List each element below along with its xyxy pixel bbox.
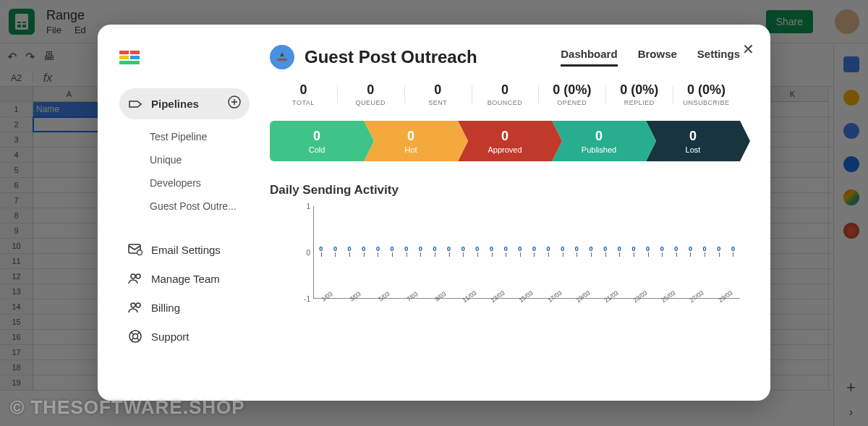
modal-main: Guest Post Outreach DashboardBrowseSetti… [263, 25, 770, 401]
data-point-label: 0 [712, 245, 726, 252]
pipeline-sub-item[interactable]: Guest Post Outre... [150, 195, 250, 218]
data-point-label: 0 [697, 245, 712, 252]
data-point-label: 0 [584, 245, 598, 252]
svg-rect-14 [277, 59, 287, 61]
team-icon [128, 271, 142, 286]
add-pipeline-icon[interactable] [228, 95, 241, 112]
data-point-label: 0 [655, 245, 669, 252]
svg-point-11 [136, 303, 140, 307]
data-point-label: 0 [385, 245, 399, 252]
nav-support[interactable]: Support [119, 322, 250, 351]
svg-point-10 [131, 303, 135, 307]
chart-title: Daily Sending Activity [270, 183, 740, 197]
data-point-label: 0 [470, 245, 485, 252]
tab-settings[interactable]: Settings [697, 48, 740, 67]
chart-plot-area: 000000000000000000000000000000 [313, 206, 740, 299]
stat-unsubcribe: 0 (0%)UNSUBCRIBE [673, 82, 740, 106]
data-point-label: 0 [371, 245, 386, 252]
pipeline-avatar-icon [270, 45, 294, 69]
stage-cold[interactable]: 0Cold [270, 121, 364, 161]
nav-manage-team-label: Manage Team [151, 273, 220, 285]
data-point-label: 0 [342, 245, 357, 252]
svg-point-7 [137, 250, 142, 255]
nav-manage-team[interactable]: Manage Team [119, 264, 250, 293]
data-point-label: 0 [328, 245, 343, 252]
nav-email-settings-label: Email Settings [151, 244, 221, 256]
stage-lost[interactable]: 0Lost [646, 121, 740, 161]
nav-support-label: Support [151, 331, 190, 343]
data-point-label: 0 [556, 245, 570, 252]
app-modal: ✕ Pipelines Test PipelineUniqueDeveloper… [98, 25, 770, 401]
data-point-label: 0 [498, 245, 513, 252]
nav-billing-label: Billing [151, 302, 180, 314]
nav-pipelines[interactable]: Pipelines [119, 88, 250, 119]
data-point-label: 0 [513, 245, 527, 252]
y-tick-label: 0 [306, 249, 310, 257]
daily-activity-chart: -101 000000000000000000000000000000 1/03… [270, 206, 740, 315]
svg-point-13 [133, 334, 138, 339]
data-point-label: 0 [357, 245, 371, 252]
app-logo [119, 51, 140, 67]
pipeline-sub-item[interactable]: Developers [150, 171, 250, 195]
modal-sidebar: Pipelines Test PipelineUniqueDevelopersG… [98, 25, 263, 401]
data-point-label: 0 [626, 245, 641, 252]
y-tick-label: -1 [304, 295, 310, 303]
data-point-label: 0 [726, 245, 741, 252]
y-tick-label: 1 [306, 203, 310, 210]
tab-dashboard[interactable]: Dashboard [561, 48, 617, 67]
nav-pipelines-label: Pipelines [151, 98, 199, 110]
data-point-label: 0 [442, 245, 456, 252]
tag-icon [128, 97, 142, 111]
data-point-label: 0 [485, 245, 499, 252]
stat-replied: 0 (0%)REPLIED [605, 82, 673, 106]
data-point-label: 0 [427, 245, 442, 252]
stat-total: 0TOTAL [270, 82, 337, 106]
data-point-label: 0 [314, 245, 328, 252]
stat-queued: 0QUEUED [337, 82, 404, 106]
data-point-label: 0 [641, 245, 655, 252]
data-point-label: 0 [684, 245, 698, 252]
modal-overlay: ✕ Pipelines Test PipelineUniqueDeveloper… [0, 0, 868, 426]
stat-opened: 0 (0%)OPENED [538, 82, 605, 106]
data-point-label: 0 [413, 245, 427, 252]
stage-approved[interactable]: 0Approved [458, 121, 552, 161]
life-ring-icon [128, 329, 142, 344]
pipeline-sub-item[interactable]: Unique [150, 148, 250, 171]
data-point-label: 0 [598, 245, 613, 252]
nav-billing[interactable]: Billing [119, 293, 250, 322]
tab-browse[interactable]: Browse [638, 48, 677, 67]
stat-bounced: 0BOUNCED [472, 82, 539, 106]
svg-point-8 [131, 274, 135, 278]
data-point-label: 0 [456, 245, 470, 252]
data-point-label: 0 [541, 245, 556, 252]
stat-sent: 0SENT [404, 82, 472, 106]
pipeline-sub-item[interactable]: Test Pipeline [150, 125, 250, 148]
data-point-label: 0 [527, 245, 542, 252]
svg-point-9 [136, 274, 140, 278]
billing-icon [128, 300, 142, 315]
data-point-label: 0 [612, 245, 626, 252]
page-title: Guest Post Outreach [305, 47, 477, 67]
data-point-label: 0 [570, 245, 584, 252]
data-point-label: 0 [399, 245, 414, 252]
mail-settings-icon [128, 242, 142, 257]
close-icon[interactable]: ✕ [742, 41, 754, 58]
stage-published[interactable]: 0Published [552, 121, 646, 161]
data-point-label: 0 [669, 245, 684, 252]
stage-hot[interactable]: 0Hot [364, 121, 458, 161]
nav-email-settings[interactable]: Email Settings [119, 235, 250, 264]
